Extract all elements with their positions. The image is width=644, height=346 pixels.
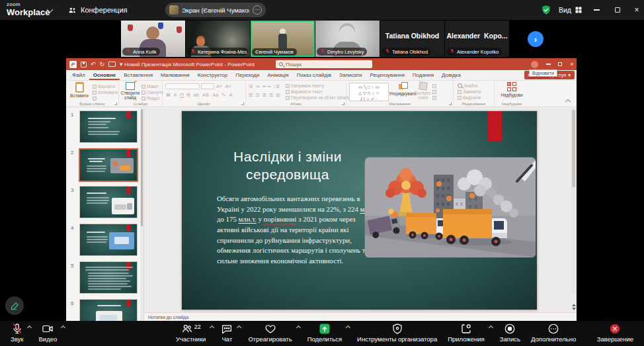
toolbar-item-more[interactable]: Дополнительно [526, 321, 581, 346]
cut-button[interactable]: Вирізати [93, 83, 118, 89]
strikethrough-button[interactable]: S [186, 92, 191, 98]
bold-button[interactable]: Ж [165, 92, 171, 98]
copy-button[interactable]: Копіювати [93, 89, 118, 95]
chevron-up-icon[interactable] [346, 325, 350, 330]
line-spacing-button[interactable]: ↕☰ [273, 84, 280, 89]
annotation-pencil-button[interactable] [5, 296, 24, 315]
chevron-up-icon[interactable] [237, 325, 241, 330]
ppt-tab-Основне[interactable]: Основне [89, 70, 120, 80]
align-left-button[interactable]: ☰ [249, 93, 253, 98]
align-right-button[interactable]: ☰ [262, 93, 266, 98]
justify-button[interactable]: ☰ [269, 93, 273, 98]
window-maximize-button[interactable] [608, 0, 627, 20]
collapse-ribbon-icon[interactable] [565, 99, 571, 105]
next-slide-icon[interactable] [572, 308, 576, 310]
slide-thumbnail-3[interactable] [79, 186, 138, 218]
bullets-button[interactable]: ☰ [249, 84, 253, 89]
chevron-up-icon[interactable] [210, 325, 214, 330]
smartart-button[interactable]: Перетворити на об'єкт SmartArt [286, 95, 354, 101]
slide-thumbnail-5[interactable] [79, 261, 138, 294]
slide-thumbnail-1[interactable] [79, 110, 138, 143]
ppt-minimize-button[interactable] [542, 58, 554, 70]
more-options-icon[interactable]: ··· [253, 5, 262, 15]
section-button[interactable]: Розділ [141, 95, 163, 101]
find-button[interactable]: Знайти [458, 83, 481, 89]
ppt-close-button[interactable]: × [566, 58, 577, 70]
slide-illustration[interactable] [365, 157, 536, 257]
chevron-up-icon[interactable] [489, 325, 493, 330]
dialog-launcher-icon[interactable] [342, 103, 344, 105]
new-slide-button[interactable]: Створити слайд [120, 82, 141, 100]
chevron-up-icon[interactable] [27, 325, 32, 330]
qat-chevron-icon[interactable]: ▾ [120, 62, 123, 67]
slide-body-text[interactable]: Обсяги автомобільних вантажних перевезен… [217, 194, 380, 266]
ppt-tab-Показ слайдів[interactable]: Показ слайдів [293, 70, 335, 80]
window-close-button[interactable]: × [627, 0, 644, 20]
slide-thumbnail-2[interactable] [79, 148, 138, 182]
ppt-tab-Анімація[interactable]: Анімація [264, 70, 293, 80]
paste-button[interactable]: Вставити [67, 82, 91, 98]
window-minimize-button[interactable] [587, 0, 606, 20]
ppt-tab-Подання[interactable]: Подання [409, 70, 438, 80]
dialog-launcher-icon[interactable] [449, 103, 452, 105]
dialog-launcher-icon[interactable] [114, 103, 117, 105]
redo-icon[interactable]: ↻ [100, 62, 105, 67]
next-participants-button[interactable]: › [528, 31, 543, 47]
shape-outline-button[interactable] [432, 89, 436, 95]
ppt-tab-Конструктор[interactable]: Конструктор [194, 70, 232, 80]
toolbar-item-end[interactable]: Завершение [592, 321, 639, 346]
ppt-tab-Файл[interactable]: Файл [68, 70, 89, 80]
view-button[interactable]: Вид [559, 0, 583, 20]
ppt-tab-Довідка[interactable]: Довідка [438, 70, 465, 80]
slide-nav-buttons[interactable] [571, 304, 577, 310]
ppt-tab-Рецензування[interactable]: Рецензування [366, 70, 409, 80]
italic-button[interactable]: К [173, 92, 177, 98]
notes-bar[interactable]: Нотатки до слайда [144, 312, 577, 321]
toolbar-item-record[interactable]: Запись [495, 321, 526, 346]
layout-button[interactable]: Макет [141, 83, 163, 89]
toolbar-item-participants[interactable]: 22Участники [171, 321, 216, 346]
ppt-tab-Вставлення[interactable]: Вставлення [120, 70, 157, 80]
align-center-button[interactable]: ☰ [255, 93, 259, 98]
format-painter-button[interactable] [93, 95, 118, 101]
meeting-tab[interactable]: Конференция [68, 0, 127, 20]
participant-tile-alexander[interactable]: Alexander Kopo...Alexander Kopotko [445, 21, 509, 57]
char-spacing-button[interactable]: АВ [202, 92, 210, 98]
toolbar-item-host-tools[interactable]: Инструменты организатора [352, 321, 442, 346]
toolbar-item-audio[interactable]: Звук [5, 321, 33, 346]
participant-tile-anna[interactable]: Anna Kulik [121, 21, 185, 57]
chevron-up-icon[interactable] [61, 325, 65, 330]
slide-canvas[interactable]: Наслідки і зміни середовища Обсяги автом… [182, 111, 537, 310]
grow-font-button[interactable]: A˄ [216, 83, 223, 89]
highlight-color-button[interactable]: ✎ [221, 92, 226, 98]
ppt-restore-button[interactable] [554, 58, 566, 70]
slide-scrollbar[interactable] [571, 109, 576, 293]
columns-button[interactable]: ▥ [276, 93, 280, 98]
slide-thumbnail-6[interactable] [79, 299, 138, 321]
underline-button[interactable]: П [179, 92, 184, 98]
dialog-launcher-icon[interactable] [241, 103, 244, 105]
shapes-gallery[interactable]: ▭ ╲ □ ○ ▭△ ▽ ◇ ○ ☆{ } ☆ ✓ ◦ [349, 83, 389, 101]
slideshow-icon[interactable] [108, 62, 116, 67]
participant-tile-kateryna[interactable]: Катерина Фокіна-Мез... [186, 21, 250, 57]
font-size-select[interactable] [201, 83, 214, 89]
powerpoint-logo-icon[interactable]: P [69, 61, 77, 68]
change-case-button[interactable]: Aa [212, 92, 219, 98]
chevron-up-icon[interactable] [296, 325, 301, 330]
font-color-button[interactable]: A [228, 92, 233, 98]
shadow-button[interactable]: ab [193, 92, 200, 98]
participant-tile-yevhenii[interactable]: Євгеній Чумаков [251, 21, 315, 57]
quick-styles-button[interactable]: Експрес-стилі [414, 82, 432, 100]
slide-thumbnail-4[interactable] [79, 224, 138, 256]
undo-icon[interactable]: ↶ [91, 62, 96, 67]
toolbar-item-video[interactable]: Видео [33, 321, 67, 346]
participant-tile-tatiana[interactable]: Tatiana ObikhodTatiana Obikhod [380, 21, 444, 57]
thumbnail-scrollbar[interactable] [140, 108, 143, 321]
font-name-select[interactable] [165, 83, 200, 89]
save-icon[interactable] [81, 62, 87, 67]
slide-title[interactable]: Наслідки і зміни середовища [195, 148, 380, 184]
shared-screen-pill[interactable]: Экран (Євгеній Чумаков) ··· [165, 3, 266, 17]
toolbar-item-share[interactable]: Поделиться [302, 321, 352, 346]
reset-button[interactable]: Скинути [141, 89, 163, 95]
numbering-button[interactable]: ≔ [255, 84, 260, 89]
